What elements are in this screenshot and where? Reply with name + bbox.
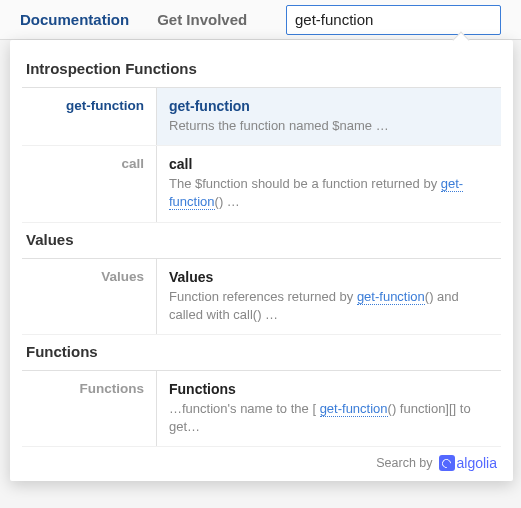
group-heading: Functions (22, 335, 501, 371)
result-title: get-function (169, 98, 489, 114)
result-body: ValuesFunction references returned by ge… (157, 259, 501, 334)
result-body: Functions…function's name to the [ get-f… (157, 371, 501, 446)
search-box[interactable] (286, 5, 501, 35)
search-result-row[interactable]: callcallThe $function should be a functi… (22, 146, 501, 222)
search-result-row[interactable]: get-functionget-functionReturns the func… (22, 88, 501, 146)
search-by-label: Search by (376, 456, 432, 470)
top-nav: Documentation Get Involved (0, 0, 521, 40)
result-category: call (22, 146, 157, 221)
algolia-icon (439, 455, 455, 471)
result-title: call (169, 156, 489, 172)
nav-tab-documentation[interactable]: Documentation (20, 11, 129, 28)
result-category: Functions (22, 371, 157, 446)
nav-tab-get-involved[interactable]: Get Involved (157, 11, 247, 28)
group-heading: Values (22, 223, 501, 259)
result-title: Values (169, 269, 489, 285)
result-description: The $function should be a function retur… (169, 175, 489, 211)
result-body: get-functionReturns the function named $… (157, 88, 501, 145)
search-result-row[interactable]: FunctionsFunctions…function's name to th… (22, 371, 501, 447)
result-body: callThe $function should be a function r… (157, 146, 501, 221)
group-heading: Introspection Functions (22, 52, 501, 88)
algolia-badge[interactable]: algolia (439, 455, 497, 471)
algolia-wordmark: algolia (457, 455, 497, 471)
search-result-row[interactable]: ValuesValuesFunction references returned… (22, 259, 501, 335)
search-input[interactable] (295, 11, 492, 28)
dropdown-footer: Search by algolia (22, 447, 501, 471)
result-description: …function's name to the [ get-function()… (169, 400, 489, 436)
result-description: Returns the function named $name … (169, 117, 489, 135)
result-title: Functions (169, 381, 489, 397)
search-dropdown: Introspection Functionsget-functionget-f… (10, 40, 513, 481)
result-category: get-function (22, 88, 157, 145)
result-category: Values (22, 259, 157, 334)
result-description: Function references returned by get-func… (169, 288, 489, 324)
